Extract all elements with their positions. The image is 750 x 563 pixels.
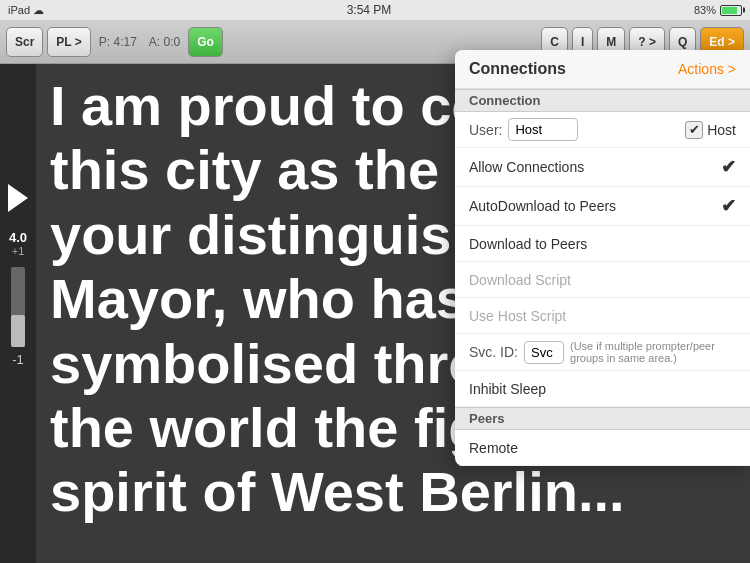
left-indicator: 4.0 +1 -1 [0,64,36,563]
svc-id-label: Svc. ID: [469,344,518,360]
download-peers-row: Download to Peers [455,226,750,262]
play-arrow-icon [8,184,28,212]
remote-row: Remote [455,430,750,466]
host-checkbox-label: Host [707,122,736,138]
peers-section-header: Peers [455,407,750,430]
user-input[interactable] [508,118,578,141]
pl-button[interactable]: PL > [47,27,90,57]
svc-id-hint: (Use if multiple prompter/peer groups in… [570,340,736,364]
autodownload-peers-label: AutoDownload to Peers [469,198,721,214]
battery-percent: 83% [694,4,716,16]
connections-panel: Connections Actions > Connection User: ✔… [455,50,750,466]
panel-title: Connections [469,60,566,78]
status-right: 83% [694,4,742,16]
inhibit-sleep-row: Inhibit Sleep [455,371,750,407]
actions-link[interactable]: Actions > [678,61,736,77]
autodownload-peers-check: ✔ [721,195,736,217]
speed-bar-fill [11,315,25,347]
user-label: User: [469,122,502,138]
scale-value: 4.0 [9,230,27,245]
status-time: 3:54 PM [347,3,392,17]
scr-button[interactable]: Scr [6,27,43,57]
svc-id-row: Svc. ID: (Use if multiple prompter/peer … [455,334,750,371]
user-row: User: ✔ Host [455,112,750,148]
allow-connections-check: ✔ [721,156,736,178]
speed-bar [11,267,25,347]
use-host-script-row: Use Host Script [455,298,750,334]
ipad-label: iPad ☁ [8,4,44,17]
minus-label: -1 [12,352,24,367]
use-host-script-label: Use Host Script [469,308,736,324]
autodownload-peers-row: AutoDownload to Peers ✔ [455,187,750,226]
pos-label: P: 4:17 [95,35,141,49]
auto-label: A: 0:0 [145,35,184,49]
connection-section-header: Connection [455,89,750,112]
host-checkbox[interactable]: ✔ [685,121,703,139]
battery-icon [720,5,742,16]
host-checkbox-area: ✔ Host [685,121,736,139]
download-script-label: Download Script [469,272,736,288]
svc-id-input[interactable] [524,341,564,364]
allow-connections-row: Allow Connections ✔ [455,148,750,187]
download-peers-label: Download to Peers [469,236,736,252]
panel-header: Connections Actions > [455,50,750,89]
allow-connections-label: Allow Connections [469,159,721,175]
scale-sub: +1 [12,245,25,257]
status-left: iPad ☁ [8,4,44,17]
remote-label: Remote [469,440,736,456]
status-bar: iPad ☁ 3:54 PM 83% [0,0,750,20]
inhibit-sleep-label: Inhibit Sleep [469,381,736,397]
go-button[interactable]: Go [188,27,223,57]
download-script-row: Download Script [455,262,750,298]
